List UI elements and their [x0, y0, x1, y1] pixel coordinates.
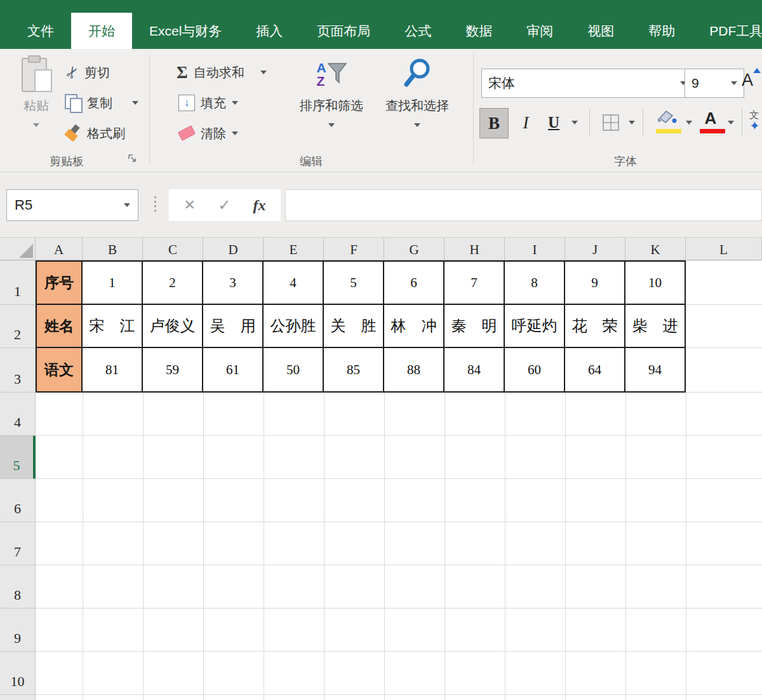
column-header-I[interactable]: I: [505, 238, 565, 260]
cell-K1[interactable]: 10: [625, 260, 686, 305]
font-size-caret[interactable]: [731, 81, 737, 85]
cell-K3[interactable]: 94: [625, 348, 686, 393]
cell-A2[interactable]: 姓名: [36, 305, 83, 348]
grow-font-button[interactable]: A: [742, 71, 753, 90]
row-header-6[interactable]: 6: [0, 479, 36, 522]
cell-E3[interactable]: 50: [264, 348, 324, 393]
sort-filter-dropdown-caret[interactable]: [328, 123, 335, 127]
empty-row-8[interactable]: [36, 565, 762, 609]
cell-L2[interactable]: [686, 305, 762, 348]
tab-data[interactable]: 数据: [448, 13, 509, 49]
formula-bar-grip[interactable]: [154, 196, 156, 212]
borders-dropdown-caret[interactable]: [627, 108, 636, 137]
empty-row-6[interactable]: [36, 479, 762, 522]
column-header-J[interactable]: J: [565, 238, 625, 260]
column-header-A[interactable]: A: [36, 238, 83, 260]
row-header-3[interactable]: 3: [0, 348, 36, 393]
column-header-G[interactable]: G: [384, 238, 444, 260]
column-header-K[interactable]: K: [625, 238, 686, 260]
row-header-8[interactable]: 8: [0, 565, 36, 609]
column-header-B[interactable]: B: [83, 238, 143, 260]
column-header-H[interactable]: H: [444, 238, 505, 260]
tab-review[interactable]: 审阅: [509, 13, 570, 49]
cell-A3[interactable]: 语文: [36, 348, 83, 393]
cell-E2[interactable]: 公孙胜: [264, 305, 324, 348]
column-header-F[interactable]: F: [324, 238, 384, 260]
font-name-combobox[interactable]: 宋体: [481, 69, 693, 98]
tab-view[interactable]: 视图: [570, 13, 631, 49]
column-header-C[interactable]: C: [143, 238, 203, 260]
cell-I1[interactable]: 8: [505, 260, 565, 305]
cell-K2[interactable]: 柴 进: [625, 305, 686, 348]
clipboard-dialog-launcher[interactable]: [127, 153, 138, 166]
tab-pdf-tools[interactable]: PDF工具集: [692, 13, 762, 49]
cell-D1[interactable]: 3: [203, 260, 264, 305]
cell-B3[interactable]: 81: [83, 348, 143, 393]
find-select-dropdown-caret[interactable]: [414, 123, 420, 127]
cell-L1[interactable]: [686, 260, 762, 305]
fill-color-button[interactable]: [652, 108, 682, 137]
row-header-9[interactable]: 9: [0, 609, 36, 652]
cell-H2[interactable]: 秦 明: [444, 305, 505, 348]
paste-dropdown-caret[interactable]: [33, 123, 39, 127]
cell-D2[interactable]: 吴 用: [203, 305, 264, 348]
cell-I2[interactable]: 呼延灼: [505, 305, 565, 348]
tab-formulas[interactable]: 公式: [387, 13, 448, 49]
cell-B1[interactable]: 1: [83, 260, 143, 305]
row-header-2[interactable]: 2: [0, 305, 36, 348]
font-size-combobox[interactable]: 9: [685, 69, 744, 98]
tab-page-layout[interactable]: 页面布局: [300, 13, 387, 49]
name-box[interactable]: R5: [6, 189, 138, 221]
select-all-corner[interactable]: [0, 238, 36, 260]
cell-D3[interactable]: 61: [203, 348, 264, 393]
row-header-4[interactable]: 4: [0, 393, 36, 436]
row-header-5-selected[interactable]: 5: [0, 436, 36, 479]
empty-row-7[interactable]: [36, 522, 762, 565]
cell-I3[interactable]: 60: [505, 348, 565, 393]
row-header-1[interactable]: 1: [0, 260, 36, 305]
name-box-caret[interactable]: [124, 203, 130, 207]
row-header-7[interactable]: 7: [0, 522, 36, 565]
cell-J1[interactable]: 9: [565, 260, 625, 305]
underline-dropdown-caret[interactable]: [570, 108, 579, 137]
empty-row-11-partial[interactable]: [36, 695, 762, 700]
cell-F2[interactable]: 关 胜: [324, 305, 384, 348]
format-painter-button[interactable]: 格式刷: [65, 122, 125, 145]
cell-H1[interactable]: 7: [444, 260, 505, 305]
sort-filter-button[interactable]: AZ 排序和筛选: [289, 57, 374, 127]
tab-home[interactable]: 开始: [71, 13, 132, 49]
cell-G1[interactable]: 6: [384, 260, 444, 305]
cell-E1[interactable]: 4: [264, 260, 324, 305]
tab-file[interactable]: 文件: [10, 13, 71, 49]
enter-button[interactable]: ✓: [218, 196, 231, 214]
column-header-E[interactable]: E: [264, 238, 324, 260]
column-header-D[interactable]: D: [203, 238, 264, 260]
cell-G3[interactable]: 88: [384, 348, 444, 393]
clear-button[interactable]: 清除: [178, 122, 238, 145]
cell-F3[interactable]: 85: [324, 348, 384, 393]
cancel-button[interactable]: ✕: [184, 197, 196, 213]
cut-button[interactable]: ✂ 剪切: [66, 61, 110, 84]
column-header-L[interactable]: L: [686, 238, 762, 260]
empty-row-10[interactable]: [36, 652, 762, 695]
cell-C2[interactable]: 卢俊义: [143, 305, 203, 348]
find-select-button[interactable]: 查找和选择: [375, 57, 460, 127]
cell-G2[interactable]: 林 冲: [384, 305, 444, 348]
underline-button[interactable]: U: [541, 108, 566, 137]
cell-F1[interactable]: 5: [324, 260, 384, 305]
formula-input[interactable]: [285, 189, 762, 221]
empty-row-9[interactable]: [36, 609, 762, 652]
tab-help[interactable]: 帮助: [631, 13, 692, 49]
cell-C1[interactable]: 2: [143, 260, 203, 305]
row-header-10[interactable]: 10: [0, 652, 36, 695]
clear-dropdown-caret[interactable]: [232, 131, 238, 135]
fill-color-dropdown-caret[interactable]: [685, 108, 693, 137]
italic-button[interactable]: I: [514, 108, 537, 137]
cell-L3[interactable]: [686, 348, 762, 393]
paste-button[interactable]: 粘贴: [11, 55, 61, 127]
phonetic-guide-button[interactable]: 文 ✦: [749, 109, 762, 138]
fill-dropdown-caret[interactable]: [232, 101, 238, 105]
cell-C3[interactable]: 59: [143, 348, 203, 393]
cell-B2[interactable]: 宋 江: [83, 305, 143, 348]
copy-dropdown-caret[interactable]: [132, 101, 138, 105]
